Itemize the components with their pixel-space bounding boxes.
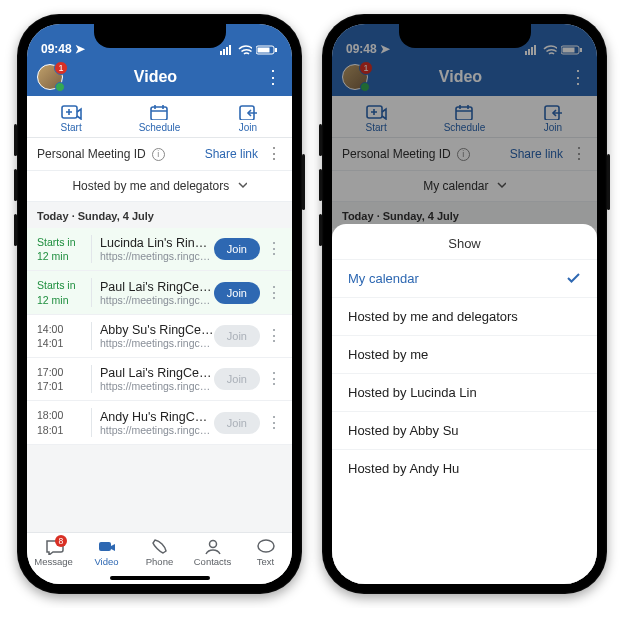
avatar-button[interactable]: 1 <box>37 64 63 90</box>
tab-text[interactable]: Text <box>239 537 292 584</box>
schedule-label: Schedule <box>139 122 181 133</box>
join-icon <box>237 102 259 120</box>
tab-video-label: Video <box>94 556 118 567</box>
chevron-down-icon <box>237 179 247 193</box>
filter-option[interactable]: Hosted by Lucinda Lin <box>332 373 597 411</box>
video-icon <box>97 537 117 555</box>
meeting-title: Lucinda Lin's RingCentral... <box>100 236 214 250</box>
filter-sheet: Show My calendarHosted by me and delegat… <box>332 224 597 584</box>
filter-option-label: My calendar <box>348 271 419 286</box>
meeting-title: Paul Lai's RingCentral me... <box>100 280 214 294</box>
notch <box>399 24 531 48</box>
screen: 09:48 ➤ 1 Video ⋮ Start <box>27 24 292 584</box>
meeting-time: Starts in12 min <box>37 278 89 306</box>
filter-option-label: Hosted by me <box>348 347 428 362</box>
filter-option-label: Hosted by Andy Hu <box>348 461 459 476</box>
filter-option-label: Hosted by Abby Su <box>348 423 459 438</box>
filter-option[interactable]: Hosted by Andy Hu <box>332 449 597 487</box>
phone-icon <box>150 537 170 555</box>
divider <box>91 365 92 393</box>
tab-message[interactable]: 8 Message <box>27 537 80 584</box>
join-meeting-button: Join <box>214 325 260 347</box>
join-label: Join <box>239 122 257 133</box>
app-bar: 1 Video ⋮ <box>27 58 292 96</box>
meeting-time: 18:0018:01 <box>37 408 89 436</box>
filter-option[interactable]: My calendar <box>332 259 597 297</box>
check-icon <box>566 271 581 286</box>
phone-left: 09:48 ➤ 1 Video ⋮ Start <box>17 14 302 594</box>
info-icon[interactable]: i <box>152 148 165 161</box>
divider <box>91 322 92 350</box>
meeting-more-button[interactable]: ⋮ <box>264 371 284 387</box>
meeting-url: https://meetings.ringcentral.co... <box>100 250 214 262</box>
meeting-title: Andy Hu's RingCentral M... <box>100 410 214 424</box>
tab-contacts-label: Contacts <box>194 556 232 567</box>
meeting-more-button[interactable]: ⋮ <box>264 415 284 431</box>
start-label: Start <box>61 122 82 133</box>
page-title: Video <box>47 68 264 86</box>
join-button[interactable]: Join <box>204 102 292 133</box>
pmi-label: Personal Meeting ID <box>37 147 146 161</box>
meeting-more-button[interactable]: ⋮ <box>264 285 284 301</box>
join-meeting-button[interactable]: Join <box>214 238 260 260</box>
presence-icon <box>55 82 65 92</box>
filter-option[interactable]: Hosted by me and delegators <box>332 297 597 335</box>
meeting-time: 17:0017:01 <box>37 365 89 393</box>
meeting-title: Abby Su's RingCentral Me... <box>100 323 214 337</box>
join-meeting-button[interactable]: Join <box>214 282 260 304</box>
contacts-icon <box>203 537 223 555</box>
meeting-more-button[interactable]: ⋮ <box>264 328 284 344</box>
meeting-info: Lucinda Lin's RingCentral...https://meet… <box>100 236 214 262</box>
video-plus-icon <box>60 102 82 120</box>
schedule-button[interactable]: Schedule <box>115 102 203 133</box>
meeting-row[interactable]: 17:0017:01Paul Lai's RingCentral me...ht… <box>27 358 292 401</box>
meeting-list[interactable]: Today · Sunday, 4 July Starts in12 minLu… <box>27 202 292 532</box>
appbar-more-button[interactable]: ⋮ <box>264 68 282 86</box>
filter-option[interactable]: Hosted by Abby Su <box>332 411 597 449</box>
start-button[interactable]: Start <box>27 102 115 133</box>
meeting-row[interactable]: 18:0018:01Andy Hu's RingCentral M...http… <box>27 401 292 444</box>
action-bar: Start Schedule Join <box>27 96 292 138</box>
pmi-row: Personal Meeting ID i Share link ⋮ <box>27 138 292 171</box>
divider <box>91 408 92 436</box>
meeting-more-button[interactable]: ⋮ <box>264 241 284 257</box>
filter-button[interactable]: Hosted by me and delegators <box>27 171 292 202</box>
tab-phone-label: Phone <box>146 556 173 567</box>
battery-icon <box>256 44 278 56</box>
calendar-icon <box>148 102 170 120</box>
avatar-badge: 1 <box>54 61 68 75</box>
tab-bar: 8 Message Video Phone Contacts Text <box>27 532 292 584</box>
meeting-url: https://meetings.ringcentral.co... <box>100 294 214 306</box>
share-link-button[interactable]: Share link <box>205 147 258 161</box>
divider <box>91 278 92 306</box>
meeting-url: https://meetings.ringcentral.co... <box>100 424 214 436</box>
notch <box>94 24 226 48</box>
section-today: Today · Sunday, 4 July <box>27 202 292 228</box>
filter-option-label: Hosted by me and delegators <box>348 309 518 324</box>
meeting-info: Andy Hu's RingCentral M...https://meetin… <box>100 410 214 436</box>
tab-text-label: Text <box>257 556 274 567</box>
message-badge: 8 <box>55 535 68 547</box>
meeting-url: https://meetings.ringcentral.co... <box>100 337 214 349</box>
meeting-time: 14:0014:01 <box>37 322 89 350</box>
text-icon <box>256 537 276 555</box>
home-indicator <box>110 576 210 580</box>
join-meeting-button: Join <box>214 368 260 390</box>
status-time: 09:48 <box>41 42 72 56</box>
meeting-time: Starts in12 min <box>37 235 89 263</box>
meeting-info: Abby Su's RingCentral Me...https://meeti… <box>100 323 214 349</box>
phone-right: 09:48 ➤ 1 Video ⋮ Start Schedule Join Pe… <box>322 14 607 594</box>
meeting-row[interactable]: 14:0014:01Abby Su's RingCentral Me...htt… <box>27 315 292 358</box>
meeting-row[interactable]: Starts in12 minLucinda Lin's RingCentral… <box>27 228 292 271</box>
meeting-info: Paul Lai's RingCentral me...https://meet… <box>100 280 214 306</box>
filter-option-label: Hosted by Lucinda Lin <box>348 385 477 400</box>
meeting-title: Paul Lai's RingCentral me... <box>100 366 214 380</box>
signal-icon <box>220 44 234 56</box>
meeting-row[interactable]: Starts in12 minPaul Lai's RingCentral me… <box>27 271 292 314</box>
filter-option[interactable]: Hosted by me <box>332 335 597 373</box>
tab-message-label: Message <box>34 556 73 567</box>
divider <box>91 235 92 263</box>
wifi-icon <box>238 44 252 56</box>
meeting-url: https://meetings.ringcentral.co... <box>100 380 214 392</box>
pmi-more-button[interactable]: ⋮ <box>266 146 282 162</box>
